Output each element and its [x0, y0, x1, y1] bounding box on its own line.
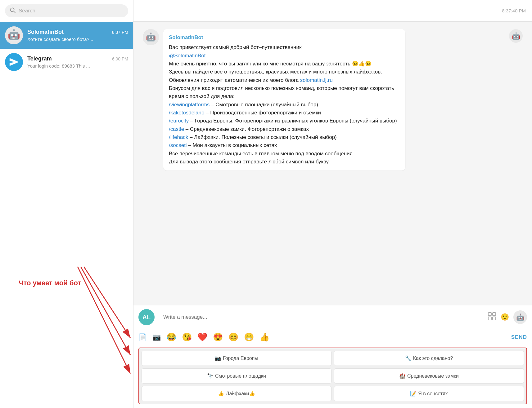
chat-name: Telegram — [27, 55, 52, 62]
keyboard-label-3: Средневековые замки — [407, 373, 459, 379]
svg-line-1 — [14, 11, 15, 13]
chat-time: 8:37 PM — [112, 30, 128, 35]
message-text: Вас приветствует самый добрый бот–путеше… — [169, 43, 400, 166]
svg-rect-14 — [488, 317, 491, 320]
keyboard-label-5: Я в соцсетях — [418, 391, 448, 397]
file-icon[interactable]: 📄 — [138, 333, 147, 341]
keyboard-icon-0: 📷 — [215, 355, 221, 361]
chat-name: SolomatinBot — [27, 29, 64, 35]
emoji-kiss[interactable]: 😘 — [182, 332, 192, 342]
avatar: 🤖 — [5, 26, 23, 44]
input-row: AL 🙂 🤖 — [133, 305, 532, 329]
keyboard-icon-1: 🔧 — [405, 355, 411, 361]
svg-rect-13 — [493, 313, 496, 316]
keyboard-btn-3[interactable]: 🏰 Средневековые замки — [334, 368, 524, 384]
input-bot-avatar: 🤖 — [513, 310, 527, 324]
search-icon — [10, 7, 16, 14]
keyboard-icon-3: 🏰 — [399, 373, 405, 379]
chat-item-solomatin[interactable]: 🤖 SolomatinBot 8:37 PM Хотите создать св… — [0, 22, 133, 49]
svg-rect-15 — [493, 317, 496, 320]
keyboard-btn-2[interactable]: 🔭 Смотровые площадки — [142, 368, 331, 384]
chat-item-telegram[interactable]: Telegram 6:00 PM Your login code: 89883 … — [0, 49, 133, 75]
cmd-link-3[interactable]: /eurocity — [169, 118, 189, 124]
chat-time: 6:00 PM — [112, 56, 128, 61]
search-bar — [0, 0, 133, 22]
chat-panel: 8:37:40 PM 🤖 SolomatinBot Вас приветству… — [133, 0, 532, 408]
search-input-wrapper[interactable] — [5, 4, 128, 17]
cmd-link-5[interactable]: /lifehack — [169, 134, 188, 140]
chat-info: Telegram 6:00 PM Your login code: 89883 … — [27, 55, 128, 69]
svg-text:🤖: 🤖 — [512, 32, 521, 40]
emoji-row: 📄 📷 😂 😘 ❤️ 😍 😊 😁 👍 SEND — [133, 329, 532, 345]
messages-area: 🤖 SolomatinBot Вас приветствует самый до… — [133, 22, 532, 305]
keyboard-btn-1[interactable]: 🔧 Как это сделано? — [334, 351, 524, 366]
chat-preview: Хотите создать своего бота?... — [27, 37, 128, 42]
input-area: AL 🙂 🤖 📄 — [133, 305, 532, 408]
mention-link[interactable]: @SolomatinBot — [169, 53, 205, 59]
emoji-laugh[interactable]: 😂 — [166, 332, 176, 342]
blog-link[interactable]: solomatin.lj.ru — [300, 77, 333, 83]
svg-text:🤖: 🤖 — [8, 29, 20, 41]
bot-keyboard: 📷 Города Европы 🔧 Как это сделано? 🔭 Смо… — [138, 348, 527, 404]
cmd-link-2[interactable]: /kaketosdelano — [169, 110, 204, 116]
keyboard-label-2: Смотровые площадки — [215, 373, 266, 379]
chat-preview: Your login code: 89883 This ... — [27, 63, 128, 69]
svg-text:🤖: 🤖 — [146, 32, 156, 42]
emoji-picker-icon[interactable]: 🙂 — [501, 313, 509, 321]
keyboard-btn-5[interactable]: 📝 Я в соцсетях — [334, 386, 524, 401]
keyboard-label-1: Как это сделано? — [413, 356, 453, 361]
message-bubble: SolomatinBot Вас приветствует самый добр… — [163, 29, 405, 171]
chat-header: 8:37:40 PM — [133, 0, 532, 22]
keyboard-icon-2: 🔭 — [207, 373, 213, 379]
emoji-heart[interactable]: ❤️ — [197, 332, 207, 342]
user-avatar: AL — [138, 309, 155, 325]
keyboard-btn-0[interactable]: 📷 Города Европы — [142, 351, 331, 366]
svg-text:🤖: 🤖 — [516, 313, 525, 322]
grid-icon[interactable] — [488, 312, 496, 322]
cmd-link-6[interactable]: /socseti — [169, 142, 187, 148]
camera-icon[interactable]: 📷 — [152, 333, 161, 341]
message-input[interactable] — [163, 314, 483, 320]
svg-rect-12 — [488, 313, 491, 316]
emoji-heart-eyes[interactable]: 😍 — [213, 332, 223, 342]
keyboard-icon-4: 👍 — [218, 391, 224, 397]
chat-info: SolomatinBot 8:37 PM Хотите создать свое… — [27, 29, 128, 42]
bot-avatar-left: 🤖 — [143, 29, 159, 45]
cmd-link-1[interactable]: /viewingplatforms — [169, 102, 210, 108]
send-button[interactable]: SEND — [511, 334, 527, 340]
cmd-link-4[interactable]: /castle — [169, 126, 184, 132]
search-input[interactable] — [19, 8, 123, 14]
emoji-grin[interactable]: 😁 — [244, 332, 254, 342]
keyboard-icon-5: 📝 — [410, 391, 416, 397]
avatar — [5, 53, 23, 71]
bot-avatar-right: 🤖 — [509, 29, 523, 43]
message-row: 🤖 SolomatinBot Вас приветствует самый до… — [143, 29, 523, 171]
keyboard-label-0: Города Европы — [223, 356, 258, 361]
emoji-smile[interactable]: 😊 — [228, 332, 238, 342]
keyboard-label-4: Лайфхаки👍 — [226, 391, 255, 397]
emoji-thumbsup[interactable]: 👍 — [259, 332, 269, 342]
chat-list: 🤖 SolomatinBot 8:37 PM Хотите создать св… — [0, 22, 133, 408]
message-sender: SolomatinBot — [169, 33, 400, 42]
chat-header-time: 8:37:40 PM — [502, 8, 526, 13]
keyboard-btn-4[interactable]: 👍 Лайфхаки👍 — [142, 386, 331, 401]
